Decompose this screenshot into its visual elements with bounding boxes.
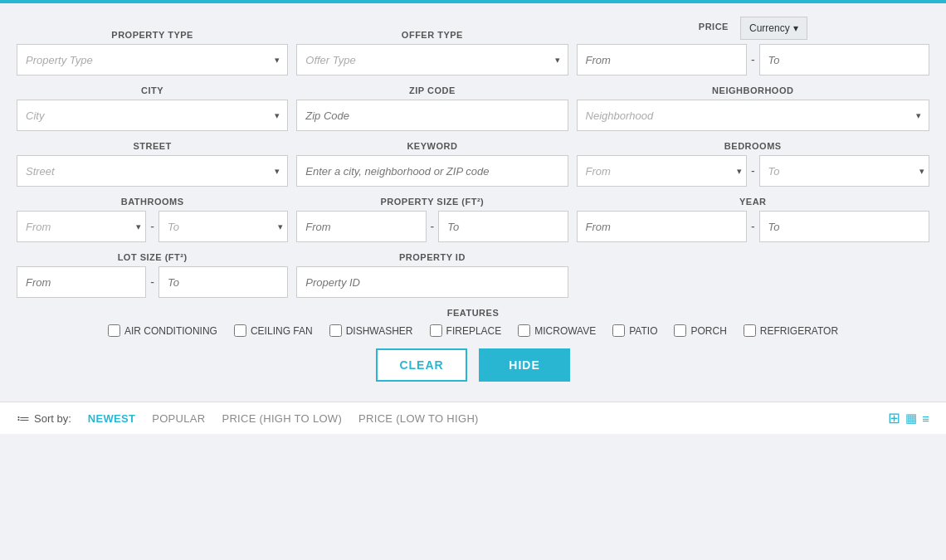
feature-patio-checkbox[interactable] <box>612 324 625 337</box>
feature-fireplace-label: FIREPLACE <box>446 325 502 337</box>
property-type-select[interactable]: Property Type House Apartment Condo Town… <box>17 44 288 75</box>
bedrooms-from-select[interactable]: From 12345+ <box>577 155 747 187</box>
feature-porch-checkbox[interactable] <box>674 324 686 337</box>
feature-ceiling-fan-label: CEILING FAN <box>251 325 313 337</box>
sort-newest[interactable]: NEWEST <box>88 412 135 425</box>
property-type-wrapper: Property Type House Apartment Condo Town… <box>17 44 288 75</box>
feature-ceiling-fan-checkbox[interactable] <box>234 324 246 337</box>
view-icons: ⊞ ▦ ≡ <box>888 409 929 427</box>
bathrooms-from-select[interactable]: From 12345+ <box>17 211 146 242</box>
list-icon[interactable]: ≡ <box>922 411 929 426</box>
keyword-input[interactable] <box>296 155 568 187</box>
city-select[interactable]: City <box>17 100 288 131</box>
lot-size-to-input[interactable] <box>158 266 288 298</box>
year-to-input[interactable] <box>759 211 929 242</box>
sort-bar: ≔ Sort by: NEWEST POPULAR PRICE (HIGH TO… <box>0 402 946 434</box>
price-header: PRICE Currency ▾ <box>577 17 929 40</box>
city-label: CITY <box>17 85 288 95</box>
lot-size-from-input[interactable] <box>17 266 146 298</box>
price-from-input[interactable] <box>577 44 747 75</box>
city-wrapper: City ▾ <box>17 100 288 131</box>
offer-type-group: OFFER TYPE Offer Type For Sale For Rent … <box>296 30 568 75</box>
feature-microwave-label: MICROWAVE <box>534 325 596 337</box>
street-select[interactable]: Street <box>17 155 288 187</box>
neighborhood-select[interactable]: Neighborhood <box>577 100 929 131</box>
zipcode-label: ZIP CODE <box>296 85 568 95</box>
offer-type-select[interactable]: Offer Type For Sale For Rent <box>296 44 568 75</box>
filter-row-3: STREET Street ▾ KEYWORD BEDROOMS From 12… <box>17 141 929 187</box>
bathrooms-to-select[interactable]: To 12345+ <box>158 211 288 242</box>
features-list: AIR CONDITIONING CEILING FAN DISHWASHER … <box>17 324 929 337</box>
sort-by-label: Sort by: <box>34 412 71 425</box>
offer-type-label: OFFER TYPE <box>296 30 568 40</box>
neighborhood-group: NEIGHBORHOOD Neighborhood ▾ <box>577 85 929 131</box>
property-size-from-input[interactable] <box>296 211 426 242</box>
sort-price-high-low[interactable]: PRICE (HIGH TO LOW) <box>222 412 342 425</box>
feature-porch[interactable]: PORCH <box>674 324 726 337</box>
feature-air-conditioning[interactable]: AIR CONDITIONING <box>108 324 217 337</box>
price-range: - <box>577 44 929 75</box>
feature-dishwasher-label: DISHWASHER <box>346 325 413 337</box>
feature-air-conditioning-checkbox[interactable] <box>108 324 120 337</box>
feature-microwave[interactable]: MICROWAVE <box>518 324 596 337</box>
grid-large-icon[interactable]: ⊞ <box>888 409 900 427</box>
currency-label: Currency <box>749 22 790 34</box>
property-size-to-input[interactable] <box>438 211 568 242</box>
lot-size-separator: - <box>146 275 158 289</box>
bathrooms-label: BATHROOMS <box>17 197 288 207</box>
feature-patio[interactable]: PATIO <box>612 324 657 337</box>
feature-fireplace-checkbox[interactable] <box>430 324 442 337</box>
bedrooms-label: BEDROOMS <box>577 141 929 151</box>
street-label: STREET <box>17 141 288 151</box>
property-type-group: PROPERTY TYPE Property Type House Apartm… <box>17 30 288 75</box>
bathrooms-from-wrapper: From 12345+ ▾ <box>17 211 146 242</box>
property-size-range: - <box>296 211 568 242</box>
clear-button[interactable]: CLEAR <box>376 348 467 382</box>
bedrooms-group: BEDROOMS From 12345+ ▾ - To 12345+ ▾ <box>577 141 929 187</box>
feature-air-conditioning-label: AIR CONDITIONING <box>124 325 217 337</box>
bathrooms-to-wrapper: To 12345+ ▾ <box>158 211 288 242</box>
bedrooms-from-wrapper: From 12345+ ▾ <box>577 155 747 187</box>
feature-refrigerator[interactable]: REFRIGERATOR <box>744 324 838 337</box>
bathrooms-separator: - <box>146 220 158 233</box>
property-size-group: PROPERTY SIZE (FT²) - <box>296 197 568 242</box>
feature-refrigerator-checkbox[interactable] <box>744 324 756 337</box>
year-separator: - <box>747 220 759 233</box>
features-section: FEATURES AIR CONDITIONING CEILING FAN DI… <box>17 308 929 337</box>
lot-size-range: - <box>17 266 288 298</box>
feature-ceiling-fan[interactable]: CEILING FAN <box>234 324 313 337</box>
bedrooms-separator: - <box>747 164 759 178</box>
bathrooms-group: BATHROOMS From 12345+ ▾ - To 12345+ ▾ <box>17 197 288 242</box>
hide-button[interactable]: HIDE <box>479 348 570 382</box>
lot-size-group: LOT SIZE (FT²) - <box>17 252 288 298</box>
price-separator: - <box>747 53 759 66</box>
currency-arrow-icon: ▾ <box>793 22 798 34</box>
feature-dishwasher-checkbox[interactable] <box>329 324 342 337</box>
neighborhood-wrapper: Neighborhood ▾ <box>577 100 929 131</box>
property-id-group: PROPERTY ID <box>296 252 568 298</box>
property-type-label: PROPERTY TYPE <box>17 30 288 40</box>
feature-porch-label: PORCH <box>690 325 726 337</box>
price-to-input[interactable] <box>759 44 929 75</box>
sort-popular[interactable]: POPULAR <box>152 412 205 425</box>
year-group: YEAR - <box>577 197 929 242</box>
sort-price-low-high[interactable]: PRICE (LOW TO HIGH) <box>358 412 479 425</box>
year-label: YEAR <box>577 197 929 207</box>
year-from-input[interactable] <box>577 211 747 242</box>
feature-microwave-checkbox[interactable] <box>518 324 530 337</box>
keyword-group: KEYWORD <box>296 141 568 187</box>
city-group: CITY City ▾ <box>17 85 288 131</box>
feature-fireplace[interactable]: FIREPLACE <box>430 324 502 337</box>
currency-button[interactable]: Currency ▾ <box>740 17 807 40</box>
grid-small-icon[interactable]: ▦ <box>905 411 917 426</box>
filter-row-4: BATHROOMS From 12345+ ▾ - To 12345+ ▾ <box>17 197 929 242</box>
filter-panel: PROPERTY TYPE Property Type House Apartm… <box>0 3 946 402</box>
street-wrapper: Street ▾ <box>17 155 288 187</box>
neighborhood-label: NEIGHBORHOOD <box>577 85 929 95</box>
property-id-input[interactable] <box>296 266 568 298</box>
feature-dishwasher[interactable]: DISHWASHER <box>329 324 413 337</box>
filter-row-2: CITY City ▾ ZIP CODE NEIGHBORHOOD Neighb… <box>17 85 929 131</box>
zipcode-input[interactable] <box>296 100 568 131</box>
offer-type-wrapper: Offer Type For Sale For Rent ▾ <box>296 44 568 75</box>
bedrooms-to-select[interactable]: To 12345+ <box>759 155 929 187</box>
